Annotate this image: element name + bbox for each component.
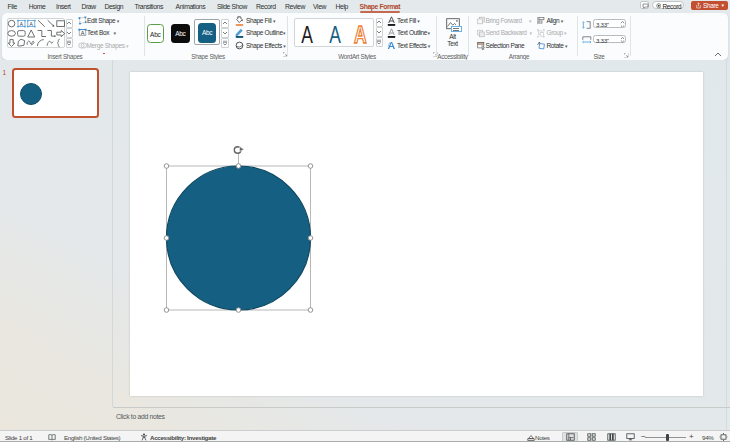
svg-text:A: A bbox=[20, 20, 24, 26]
svg-text:A: A bbox=[81, 30, 85, 36]
svg-text:A: A bbox=[30, 20, 34, 26]
